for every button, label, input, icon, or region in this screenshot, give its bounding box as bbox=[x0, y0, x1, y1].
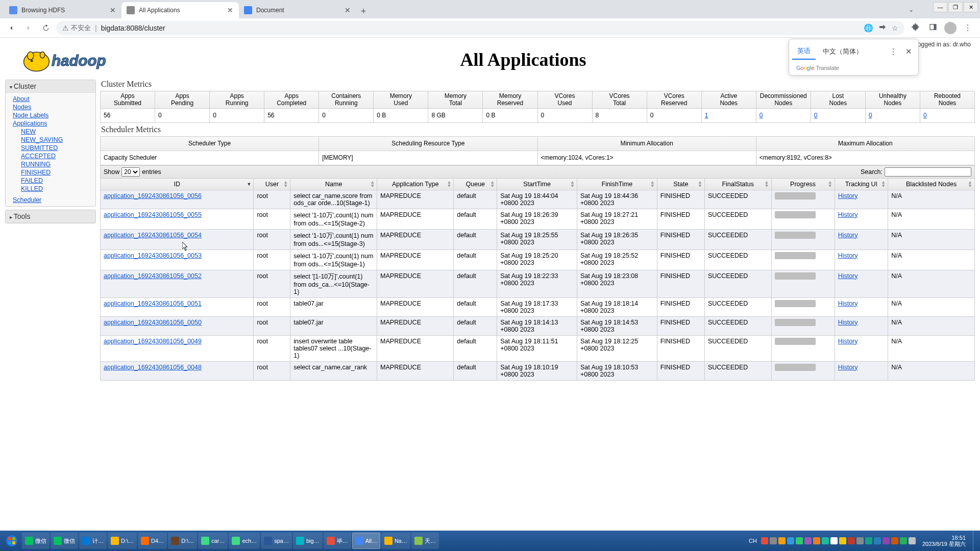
sidebar-item-app-failed[interactable]: FAILED bbox=[6, 177, 95, 185]
table-header-id[interactable]: ID▼ bbox=[101, 178, 254, 190]
app-id-link[interactable]: application_1692430861056_0049 bbox=[104, 338, 202, 345]
metrics-link[interactable]: 0 bbox=[869, 112, 872, 119]
browser-tab[interactable]: Document ✕ bbox=[239, 2, 356, 18]
tracking-link[interactable]: History bbox=[838, 364, 858, 371]
metrics-link[interactable]: 0 bbox=[814, 112, 818, 119]
hadoop-logo[interactable]: hadoop bbox=[6, 42, 154, 78]
reload-button[interactable] bbox=[39, 21, 53, 35]
tray-icon[interactable] bbox=[856, 537, 864, 544]
taskbar-item[interactable]: D:\… bbox=[108, 533, 137, 549]
translate-more-icon[interactable]: ⋮ bbox=[886, 47, 900, 57]
tray-icon[interactable] bbox=[900, 537, 907, 544]
table-header-finishtime[interactable]: FinishTime▲▼ bbox=[577, 178, 657, 190]
tabs-dropdown-icon[interactable]: ⌄ bbox=[909, 6, 914, 13]
taskbar-item[interactable]: car… bbox=[198, 533, 228, 549]
taskbar-item[interactable]: D:\… bbox=[168, 533, 197, 549]
translate-lang-english[interactable]: 英语 bbox=[792, 43, 816, 60]
tab-close-icon[interactable]: ✕ bbox=[109, 7, 116, 14]
taskbar-item[interactable]: 微信 bbox=[51, 533, 78, 549]
tracking-link[interactable]: History bbox=[838, 192, 858, 199]
tracking-link[interactable]: History bbox=[838, 338, 858, 345]
app-id-link[interactable]: application_1692430861056_0050 bbox=[104, 319, 202, 326]
app-id-link[interactable]: application_1692430861056_0051 bbox=[104, 300, 202, 307]
tray-icon[interactable] bbox=[909, 537, 916, 544]
tray-icon[interactable] bbox=[796, 537, 803, 544]
tray-icon[interactable] bbox=[778, 537, 786, 544]
forward-button[interactable] bbox=[21, 21, 36, 35]
metrics-link[interactable]: 0 bbox=[760, 112, 763, 119]
profile-avatar[interactable] bbox=[944, 22, 957, 34]
table-header-finalstatus[interactable]: FinalStatus▲▼ bbox=[704, 178, 771, 190]
back-button[interactable] bbox=[4, 21, 18, 35]
ime-indicator[interactable]: CH bbox=[747, 538, 758, 544]
tracking-link[interactable]: History bbox=[838, 300, 858, 307]
tray-icon[interactable] bbox=[787, 537, 794, 544]
metrics-link[interactable]: 1 bbox=[705, 112, 708, 119]
tray-icon[interactable] bbox=[874, 537, 881, 544]
page-size-select[interactable]: 20 bbox=[121, 167, 140, 177]
table-header-user[interactable]: User▲▼ bbox=[254, 178, 290, 190]
table-header-starttime[interactable]: StartTime▲▼ bbox=[497, 178, 577, 190]
table-header-queue[interactable]: Queue▲▼ bbox=[454, 178, 497, 190]
sidebar-item-scheduler[interactable]: Scheduler bbox=[6, 196, 95, 204]
browser-tab[interactable]: Browsing HDFS ✕ bbox=[4, 2, 121, 18]
tray-icon[interactable] bbox=[822, 537, 829, 544]
bookmark-icon[interactable]: ☆ bbox=[892, 24, 898, 32]
table-header-name[interactable]: Name▲▼ bbox=[290, 178, 377, 190]
window-minimize-button[interactable]: — bbox=[933, 2, 947, 12]
tracking-link[interactable]: History bbox=[838, 211, 858, 218]
sidebar-cluster-header[interactable]: Cluster bbox=[6, 80, 95, 93]
taskbar-item[interactable]: spa… bbox=[261, 533, 292, 549]
tray-icon[interactable] bbox=[813, 537, 820, 544]
app-id-link[interactable]: application_1692430861056_0048 bbox=[104, 364, 202, 371]
window-close-button[interactable]: ✕ bbox=[964, 2, 978, 12]
tray-icon[interactable] bbox=[839, 537, 846, 544]
start-button[interactable] bbox=[2, 533, 21, 549]
tray-icon[interactable] bbox=[865, 537, 872, 544]
tracking-link[interactable]: History bbox=[838, 319, 858, 326]
sidebar-item-applications[interactable]: Applications bbox=[6, 119, 95, 128]
sidebar-item-app-submitted[interactable]: SUBMITTED bbox=[6, 144, 95, 152]
window-restore-button[interactable]: ❐ bbox=[948, 2, 963, 12]
tray-icon[interactable] bbox=[891, 537, 898, 544]
app-id-link[interactable]: application_1692430861056_0056 bbox=[104, 192, 202, 199]
app-id-link[interactable]: application_1692430861056_0054 bbox=[104, 232, 202, 239]
search-input[interactable] bbox=[885, 167, 971, 177]
sidebar-item-app-running[interactable]: RUNNING bbox=[6, 160, 95, 168]
sidebar-item-app-new[interactable]: NEW bbox=[6, 128, 95, 136]
tray-icon[interactable] bbox=[761, 537, 768, 544]
sidebar-item-app-finished[interactable]: FINISHED bbox=[6, 168, 95, 177]
taskbar-item[interactable]: 天… bbox=[411, 533, 439, 549]
taskbar-item[interactable]: D4… bbox=[138, 533, 167, 549]
table-header-application-type[interactable]: Application Type▲▼ bbox=[377, 178, 454, 190]
tab-close-icon[interactable]: ✕ bbox=[227, 7, 234, 14]
table-header-tracking-ui[interactable]: Tracking UI▲▼ bbox=[835, 178, 888, 190]
sidepanel-icon[interactable] bbox=[927, 23, 939, 33]
tray-icon[interactable] bbox=[830, 537, 838, 544]
translate-icon[interactable]: 🌐 bbox=[864, 23, 873, 33]
taskbar-item[interactable]: ech… bbox=[229, 533, 260, 549]
table-header-progress[interactable]: Progress▲▼ bbox=[771, 178, 835, 190]
app-id-link[interactable]: application_1692430861056_0052 bbox=[104, 272, 202, 280]
tray-icon[interactable] bbox=[848, 537, 855, 544]
sidebar-item-app-new_saving[interactable]: NEW_SAVING bbox=[6, 136, 95, 144]
tracking-link[interactable]: History bbox=[838, 232, 858, 239]
browser-tab[interactable]: All Applications ✕ bbox=[121, 2, 239, 18]
address-bar[interactable]: ⚠ 不安全 | bigdata:8088/cluster 🌐 ☆ bbox=[56, 21, 904, 35]
sidebar-item-app-killed[interactable]: KILLED bbox=[6, 185, 95, 193]
tray-icon[interactable] bbox=[883, 537, 890, 544]
share-icon[interactable] bbox=[878, 23, 887, 33]
sidebar-tools-header[interactable]: Tools bbox=[6, 210, 95, 223]
table-header-state[interactable]: State▲▼ bbox=[657, 178, 704, 190]
taskbar-item[interactable]: Na… bbox=[381, 533, 410, 549]
translate-lang-chinese[interactable]: 中文（简体） bbox=[818, 44, 868, 59]
app-id-link[interactable]: application_1692430861056_0055 bbox=[104, 211, 202, 218]
tray-icon[interactable] bbox=[804, 537, 812, 544]
sidebar-item-app-accepted[interactable]: ACCEPTED bbox=[6, 152, 95, 160]
tab-close-icon[interactable]: ✕ bbox=[344, 7, 351, 14]
security-indicator[interactable]: ⚠ 不安全 bbox=[62, 23, 91, 33]
sidebar-item-nodes[interactable]: Nodes bbox=[6, 103, 95, 111]
extensions-icon[interactable] bbox=[910, 23, 922, 33]
taskbar-item[interactable]: All… bbox=[352, 533, 380, 549]
sidebar-item-node-labels[interactable]: Node Labels bbox=[6, 111, 95, 119]
